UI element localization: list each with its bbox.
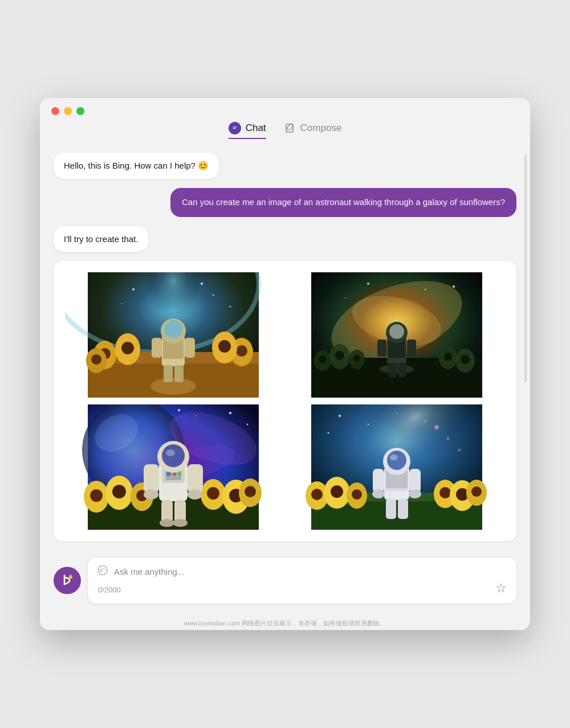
chat-area: Hello, this is Bing. How can I help? 😊 C… [40, 144, 530, 550]
svg-point-112 [439, 487, 451, 498]
image-grid-container [54, 261, 516, 541]
generated-image-3[interactable] [65, 404, 282, 530]
pin-icon[interactable] [496, 583, 506, 596]
svg-rect-22 [152, 338, 162, 358]
image-grid [65, 272, 505, 530]
svg-point-21 [164, 320, 182, 338]
compose-tab-label: Compose [300, 122, 342, 134]
svg-point-126 [409, 489, 421, 498]
svg-point-27 [213, 294, 214, 296]
svg-point-55 [425, 288, 426, 290]
message-user-1: Can you create me an image of an astrona… [170, 188, 516, 217]
message-bing-2: I'll try to create that. [54, 226, 148, 252]
svg-point-14 [236, 345, 247, 357]
svg-rect-86 [188, 464, 203, 493]
svg-rect-24 [164, 365, 173, 382]
input-meta: 0/2000 [97, 583, 507, 596]
bing-avatar [54, 567, 81, 594]
svg-point-49 [389, 324, 404, 339]
svg-point-45 [380, 365, 414, 374]
maximize-button[interactable] [76, 107, 84, 115]
svg-point-96 [178, 409, 180, 411]
svg-point-108 [331, 485, 343, 498]
svg-point-10 [121, 342, 134, 354]
footer-label: www.toymoban.com 网络图片仅供展示，非存储，如有侵权请联系删除。 [184, 620, 386, 627]
generated-image-4[interactable] [288, 404, 505, 530]
svg-point-40 [353, 355, 360, 362]
svg-rect-23 [185, 338, 195, 358]
generated-image-1[interactable] [65, 272, 282, 398]
char-count: 0/2000 [98, 586, 121, 594]
svg-point-122 [390, 455, 398, 460]
svg-rect-123 [373, 469, 384, 493]
svg-point-102 [458, 448, 461, 452]
minimize-button[interactable] [64, 107, 72, 115]
svg-point-44 [461, 355, 470, 364]
svg-point-95 [196, 415, 197, 416]
svg-point-17 [150, 378, 196, 395]
title-bar: Chat Compose [40, 98, 530, 144]
svg-rect-52 [389, 363, 396, 377]
svg-point-101 [424, 420, 426, 423]
svg-point-132 [328, 432, 329, 433]
svg-point-92 [173, 519, 188, 527]
input-row: Ask me anything... [97, 565, 507, 579]
svg-point-42 [444, 353, 452, 361]
message-bing-1-text: Hello, this is Bing. How can I help? 😊 [64, 161, 209, 170]
svg-point-110 [352, 489, 362, 500]
svg-point-129 [339, 415, 341, 417]
svg-point-130 [368, 423, 369, 425]
svg-point-134 [98, 566, 107, 575]
tab-bar: Chat Compose [229, 122, 342, 144]
svg-point-87 [144, 489, 158, 500]
svg-rect-85 [144, 464, 159, 493]
svg-point-125 [372, 489, 385, 498]
svg-point-36 [319, 355, 327, 363]
svg-rect-124 [409, 469, 421, 493]
input-area: Ask me anything... 0/2000 [40, 551, 530, 615]
svg-point-28 [132, 288, 135, 291]
svg-point-71 [207, 487, 219, 500]
svg-point-29 [121, 303, 123, 304]
close-button[interactable] [51, 107, 59, 115]
svg-point-94 [247, 423, 249, 425]
svg-point-38 [335, 351, 344, 360]
svg-point-12 [91, 354, 101, 365]
svg-point-91 [160, 519, 174, 527]
svg-point-121 [387, 451, 406, 470]
svg-rect-53 [398, 363, 406, 377]
svg-point-65 [90, 489, 103, 502]
svg-point-83 [162, 444, 185, 467]
svg-point-75 [245, 486, 256, 497]
svg-point-56 [345, 297, 346, 298]
tab-chat[interactable]: Chat [229, 122, 266, 139]
message-user-1-text: Can you create me an image of an astrona… [182, 197, 505, 207]
svg-point-26 [201, 283, 203, 285]
svg-point-67 [112, 485, 126, 498]
message-input-box[interactable]: Ask me anything... 0/2000 [88, 558, 516, 603]
generated-image-2[interactable] [288, 272, 505, 398]
message-bing-1: Hello, this is Bing. How can I help? 😊 [54, 153, 219, 179]
svg-point-106 [311, 489, 323, 500]
chat-tab-label: Chat [246, 122, 266, 134]
svg-rect-25 [174, 365, 184, 382]
compose-tab-icon [284, 122, 296, 134]
footer-text: www.toymoban.com 网络图片仅供展示，非存储，如有侵权请联系删除。 [40, 615, 530, 630]
svg-point-30 [230, 305, 231, 307]
svg-rect-128 [398, 499, 408, 519]
svg-point-88 [188, 489, 202, 500]
svg-rect-50 [377, 340, 386, 357]
svg-point-99 [434, 425, 439, 430]
input-placeholder-text[interactable]: Ask me anything... [114, 567, 507, 576]
scrollbar[interactable] [524, 155, 527, 383]
svg-point-16 [218, 340, 231, 353]
svg-point-100 [446, 437, 450, 440]
svg-point-93 [229, 412, 231, 414]
svg-rect-51 [407, 340, 416, 357]
traffic-lights [51, 107, 84, 115]
svg-point-131 [396, 412, 397, 414]
svg-rect-127 [386, 499, 396, 519]
svg-point-81 [178, 472, 181, 476]
message-bubble-icon [97, 565, 108, 579]
tab-compose[interactable]: Compose [284, 122, 342, 138]
